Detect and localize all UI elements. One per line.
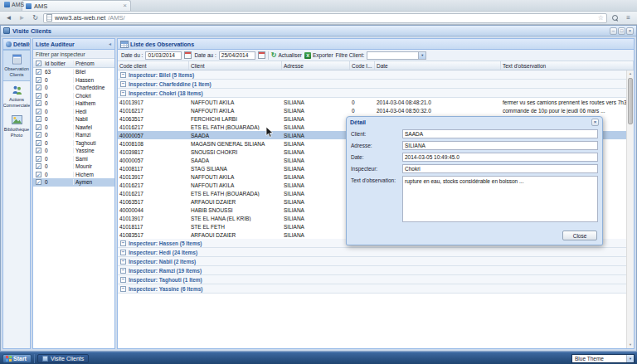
observation-group-header[interactable]: −Inspecteur: Charfeddine (1 Item)	[118, 80, 626, 89]
checkbox-checked-icon[interactable]: ✓	[36, 132, 41, 138]
column-header-client[interactable]: Client	[189, 61, 282, 70]
auditor-row[interactable]: ✓0Hichem	[33, 171, 114, 179]
detail-dialog-header[interactable]: Détail ×	[347, 117, 602, 128]
calendar-from-icon[interactable]	[184, 51, 192, 59]
menu-icon[interactable]: ≡	[623, 13, 634, 23]
calendar-to-icon[interactable]	[258, 51, 265, 59]
text-observation-textarea[interactable]: rupture en eau, stocks considérable en b…	[402, 176, 598, 222]
scroll-up-icon[interactable]: ▲	[627, 70, 634, 77]
theme-select[interactable]: Blue Theme ▼	[571, 354, 635, 363]
checkbox-checked-icon[interactable]: ✓	[36, 124, 41, 130]
auditor-row[interactable]: ✓0Hedi	[33, 108, 114, 116]
auditor-row[interactable]: ✓0Nabil	[33, 115, 114, 124]
auditor-row[interactable]: ✓0Aymen	[33, 178, 114, 187]
tab-close-icon[interactable]: ×	[123, 2, 127, 9]
close-icon[interactable]: ×	[626, 27, 634, 35]
checkbox-checked-icon[interactable]: ✓	[36, 93, 41, 99]
taskbar-item-visite-clients[interactable]: Visite Clients	[37, 354, 89, 363]
url-bar[interactable]: www3.ats-web.net/AMS/ ☆	[43, 13, 607, 23]
group-collapse-icon[interactable]: −	[120, 240, 126, 246]
group-collapse-icon[interactable]: −	[120, 286, 126, 292]
observation-group-header[interactable]: −Inspecteur: Yassine (6 Items)	[118, 284, 626, 294]
forward-icon[interactable]: ►	[17, 13, 27, 23]
select-all-checkbox[interactable]: ✓	[36, 61, 41, 66]
checkbox-checked-icon[interactable]: ✓	[36, 109, 41, 114]
group-collapse-icon[interactable]: −	[120, 72, 126, 78]
observation-group-header[interactable]: −Inspecteur: Hedi (24 Items)	[118, 248, 626, 257]
group-collapse-icon[interactable]: −	[120, 90, 126, 96]
group-collapse-icon[interactable]: −	[120, 250, 126, 255]
checkbox-checked-icon[interactable]: ✓	[36, 85, 41, 90]
scroll-down-icon[interactable]: ▼	[627, 342, 634, 348]
checkbox-checked-icon[interactable]: ✓	[36, 163, 41, 169]
filter-client-combo[interactable]: ▼	[367, 51, 426, 60]
auditor-row[interactable]: ✓0Yassine	[33, 147, 114, 155]
vertical-scrollbar[interactable]: ▲ ▼	[626, 70, 634, 348]
auditor-row[interactable]: ✓0Taghouti	[33, 139, 114, 148]
checkbox-checked-icon[interactable]: ✓	[36, 69, 41, 75]
details-panel-header[interactable]: Détails	[3, 39, 30, 50]
actualiser-button[interactable]: ↻ Actualiser	[271, 52, 302, 59]
observation-group-header[interactable]: −Inspecteur: Taghouti (1 Item)	[118, 275, 626, 284]
date-to-input[interactable]: 25/04/2014	[219, 51, 255, 60]
checkbox-checked-icon[interactable]: ✓	[36, 172, 41, 177]
dialog-close-icon[interactable]: ×	[591, 119, 599, 126]
minimize-icon[interactable]: –	[610, 27, 617, 35]
group-collapse-icon[interactable]: −	[120, 268, 126, 274]
dialog-field-input[interactable]: 2014-03-05 10:49:45.0	[402, 153, 598, 162]
column-header-text[interactable]: Text d'observation	[501, 61, 634, 70]
sidebar-item-bibliotheque-photo[interactable]: Bibliothèque Photo	[3, 111, 30, 141]
column-header-date[interactable]: Date	[375, 61, 501, 70]
checkbox-checked-icon[interactable]: ✓	[36, 140, 41, 146]
auditor-row[interactable]: ✓0Haithem	[33, 99, 114, 108]
checkbox-checked-icon[interactable]: ✓	[36, 100, 41, 106]
combo-dropdown-icon[interactable]: ▼	[418, 52, 425, 59]
sidebar-item-observation-clients[interactable]: Observation Clients	[3, 50, 30, 81]
checkbox-checked-icon[interactable]: ✓	[36, 179, 41, 185]
group-collapse-icon[interactable]: −	[120, 259, 126, 265]
observation-row[interactable]: 41016217NAFFOUTI AKILASILIANA02014-03-04…	[118, 106, 626, 114]
observation-group-header[interactable]: −Inspecteur: Bilel (5 Items)	[118, 70, 626, 80]
bookmark-star-icon[interactable]: ☆	[598, 14, 604, 22]
group-collapse-icon[interactable]: −	[120, 277, 126, 283]
scrollbar-thumb[interactable]	[628, 78, 633, 124]
auditor-row[interactable]: ✓0Mounir	[33, 163, 114, 171]
dialog-field-input[interactable]: SILIANA	[402, 141, 598, 150]
checkbox-checked-icon[interactable]: ✓	[36, 77, 41, 83]
search-icon[interactable]	[610, 13, 620, 23]
column-header-adr[interactable]: Adresse	[282, 61, 350, 70]
auditor-row[interactable]: ✓0Charfeddine	[33, 84, 114, 92]
column-header-ci[interactable]: Code I...	[350, 61, 375, 70]
auditor-row[interactable]: ✓0Ramzi	[33, 131, 114, 139]
column-header-code[interactable]: Code client	[118, 61, 189, 70]
auditor-row[interactable]: ✓63Bilel	[33, 68, 114, 76]
observation-row[interactable]: 41013917NAFFOUTI AKILASILIANA02014-03-04…	[118, 98, 626, 106]
checkbox-checked-icon[interactable]: ✓	[36, 148, 41, 153]
theme-dropdown-icon[interactable]: ▼	[626, 355, 634, 362]
sidebar-item-actions-commerciale[interactable]: Actions Commerciale	[3, 81, 30, 111]
date-from-input[interactable]: 01/03/2014	[145, 51, 182, 60]
auditor-col-name[interactable]: Prénom	[74, 61, 114, 66]
back-icon[interactable]: ◄	[3, 13, 14, 23]
reload-icon[interactable]: ↻	[30, 13, 41, 23]
auditor-row[interactable]: ✓0Sami	[33, 155, 114, 163]
start-button[interactable]: Start	[2, 354, 32, 363]
group-collapse-icon[interactable]: −	[120, 81, 126, 87]
restore-icon[interactable]: □	[618, 27, 625, 35]
auditor-row[interactable]: ✓0Hassen	[33, 76, 114, 85]
auditor-col-id[interactable]: Id boitier	[44, 61, 74, 66]
dialog-field-input[interactable]: SAADA	[402, 129, 598, 138]
exporter-button[interactable]: X Exporter	[304, 52, 333, 59]
browser-tab[interactable]: AMS ×	[22, 0, 131, 11]
close-button[interactable]: Close	[562, 231, 597, 240]
auditor-row[interactable]: ✓0Nawfel	[33, 124, 114, 132]
observation-group-header[interactable]: −Inspecteur: Nabil (2 Items)	[118, 257, 626, 266]
dialog-field-input[interactable]: Chokri	[402, 164, 598, 173]
observation-group-header[interactable]: −Inspecteur: Ramzi (19 Items)	[118, 266, 626, 275]
auditor-row[interactable]: ✓0Chokri	[33, 92, 114, 100]
checkbox-checked-icon[interactable]: ✓	[36, 116, 41, 122]
checkbox-checked-icon[interactable]: ✓	[36, 156, 41, 162]
observations-panel-header: Liste des Observations	[118, 39, 634, 50]
observation-group-header[interactable]: −Inspecteur: Chokri (18 Items)	[118, 89, 626, 98]
collapse-panel-icon[interactable]: ◄	[108, 41, 112, 46]
